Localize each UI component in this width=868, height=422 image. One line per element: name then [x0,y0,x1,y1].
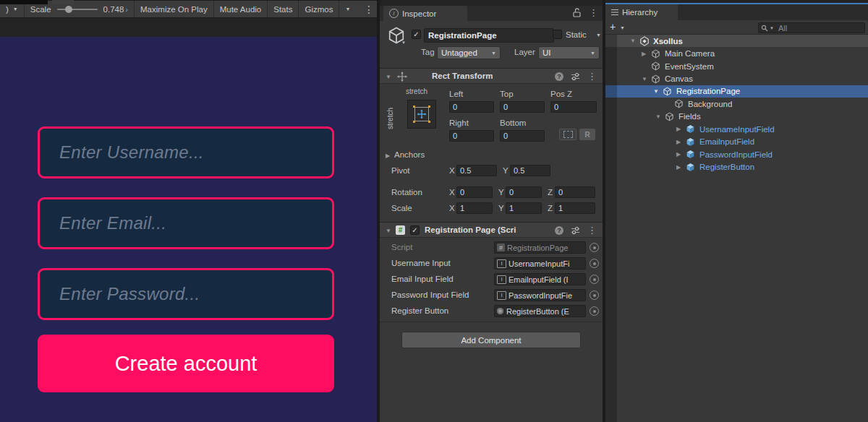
tab-hierarchy[interactable]: Hierarchy [605,4,678,20]
create-object-button[interactable]: + [610,21,616,33]
foldout-closed-icon[interactable]: ▶ [642,51,651,57]
inspector-menu-icon[interactable]: ⋮ [589,7,598,18]
chevron-down-icon: ▼ [345,7,350,12]
foldout-closed-icon[interactable]: ▶ [676,126,686,132]
inspector-tab-label: Inspector [402,9,436,18]
rotation-z-input[interactable] [555,186,595,198]
layer-dropdown[interactable]: UI ▼ [538,46,600,59]
component-menu-icon[interactable]: ⋮ [587,225,597,236]
foldout-open-icon[interactable]: ▼ [386,74,391,80]
rect-posz-input[interactable] [550,101,597,113]
hierarchy-item-label: UsernameInputField [699,125,775,134]
stats-button[interactable]: Stats [268,1,299,17]
gizmos-button[interactable]: Gizmos [299,1,339,17]
hierarchy-item-scene[interactable]: ▼ Xsollus [605,35,868,47]
foldout-open-icon[interactable]: ▼ [655,113,665,120]
object-picker-icon[interactable] [590,290,599,300]
email-input-object-field[interactable]: I EmailnputField (I [494,273,586,285]
mute-audio-button[interactable]: Mute Audio [214,1,268,17]
hierarchy-item-main-camera[interactable]: ▶ Main Camera [605,47,868,59]
foldout-closed-icon[interactable]: ▶ [386,152,390,159]
axis-z-label: Z [548,204,553,212]
foldout-closed-icon[interactable]: ▶ [676,151,686,158]
foldout-open-icon[interactable]: ▼ [642,76,651,82]
static-checkbox[interactable] [553,30,562,39]
password-input-object-field[interactable]: I PasswordInputFie [494,289,586,301]
rect-top-input[interactable] [500,101,545,113]
presets-icon[interactable] [571,226,580,235]
hierarchy-item-eventsystem[interactable]: EventSystem [605,60,868,72]
blueprint-mode-button[interactable] [559,129,576,140]
chevron-down-icon: ▼ [491,51,496,56]
foldout-open-icon[interactable]: ▼ [653,88,663,95]
object-picker-icon[interactable] [590,243,599,252]
hierarchy-search-box[interactable]: ▼ [758,22,865,33]
hierarchy-tab-label: Hierarchy [622,8,658,17]
scale-z-input[interactable] [555,202,595,214]
rect-left-input[interactable] [449,101,494,113]
rect-transform-header[interactable]: ▼ Rect Transform ? ⋮ [380,68,603,84]
inspector-top-strip [380,0,603,6]
username-input-field[interactable]: Enter Username... [38,126,334,178]
pivot-x-input[interactable] [456,165,497,176]
gameobject-name-field[interactable] [424,28,554,43]
hierarchy-item-passwordinputfield[interactable]: ▶ PasswordInputField [605,148,868,160]
email-input-field[interactable]: Enter Email... [38,197,334,249]
foldout-open-icon[interactable]: ▼ [630,38,639,44]
scale-x-input[interactable] [456,202,493,214]
hierarchy-item-usernameinputfield[interactable]: ▶ UsernameInputField [605,123,868,135]
object-picker-icon[interactable] [590,275,599,284]
hierarchy-item-background[interactable]: Background [605,98,868,110]
object-picker-icon[interactable] [590,259,599,268]
hierarchy-search-input[interactable] [777,23,852,33]
anchor-presets-button[interactable] [407,100,436,129]
register-button-object-field[interactable]: RegisterButton (E [494,305,586,317]
hierarchy-item-emailnputfield[interactable]: ▶ EmailnputField [605,136,868,148]
search-filter-arrow[interactable]: ▼ [770,26,774,30]
scale-slider-knob[interactable] [65,6,72,13]
hierarchy-item-fields[interactable]: ▼ Fields [605,111,868,123]
object-picker-icon[interactable] [590,306,599,316]
static-dropdown-arrow[interactable]: ▼ [596,33,601,38]
tag-dropdown[interactable]: Untagged ▼ [437,46,501,59]
component-enabled-checkbox[interactable]: ✓ [410,225,420,235]
game-pane-menu-icon[interactable]: ⋮ [364,3,374,16]
username-placeholder: Enter Username... [40,142,204,163]
scale-slider[interactable] [57,9,98,10]
foldout-open-icon[interactable]: ▼ [386,228,391,234]
foldout-closed-icon[interactable]: ▶ [676,164,686,171]
chevron-down-icon[interactable]: ▼ [620,25,625,30]
add-component-label: Add Component [461,336,521,345]
hierarchy-item-registrationpage[interactable]: ▼ RegistrationPage [605,85,868,98]
username-input-object-field[interactable]: I UsernameInputFi [494,257,586,270]
gameobject-active-checkbox[interactable]: ✓ [412,30,421,39]
rect-right-input[interactable] [449,130,494,142]
gizmos-dropdown-arrow[interactable]: ▼ [339,1,356,17]
gameobject-icon[interactable]: ▼ [387,26,406,46]
hierarchy-item-canvas[interactable]: ▼ Canvas [605,72,868,85]
registration-page-script-header[interactable]: ▼ # ✓ Registration Page (Scri ? ⋮ [380,222,603,238]
rect-bottom-input[interactable] [500,130,545,142]
lock-open-icon[interactable] [572,7,582,18]
hierarchy-item-label: Fields [678,112,701,121]
script-object-field[interactable]: # RegistrationPage [494,241,586,254]
add-component-button[interactable]: Add Component [401,332,581,348]
help-icon[interactable]: ? [555,226,563,235]
pivot-y-input[interactable] [510,165,550,176]
password-input-field[interactable]: Enter Password... [38,268,334,320]
anchors-foldout[interactable]: Anchors [394,150,425,159]
help-icon[interactable]: ? [555,72,563,81]
tab-inspector[interactable]: i Inspector [383,6,467,21]
component-menu-icon[interactable]: ⋮ [587,71,597,82]
hierarchy-item-registerbutton[interactable]: ▶ RegisterButton [605,160,868,173]
raw-edit-mode-button[interactable]: R [579,129,595,140]
create-account-button[interactable]: Create account [38,335,334,392]
scale-y-input[interactable] [506,202,542,214]
register-button-object-value: RegisterButton (E [506,307,569,316]
hierarchy-item-label: Background [688,100,732,108]
maximize-on-play-button[interactable]: Maximize On Play [134,1,214,17]
rotation-x-input[interactable] [456,186,493,198]
rotation-y-input[interactable] [506,186,542,198]
foldout-closed-icon[interactable]: ▶ [676,139,686,145]
presets-icon[interactable] [571,72,580,81]
